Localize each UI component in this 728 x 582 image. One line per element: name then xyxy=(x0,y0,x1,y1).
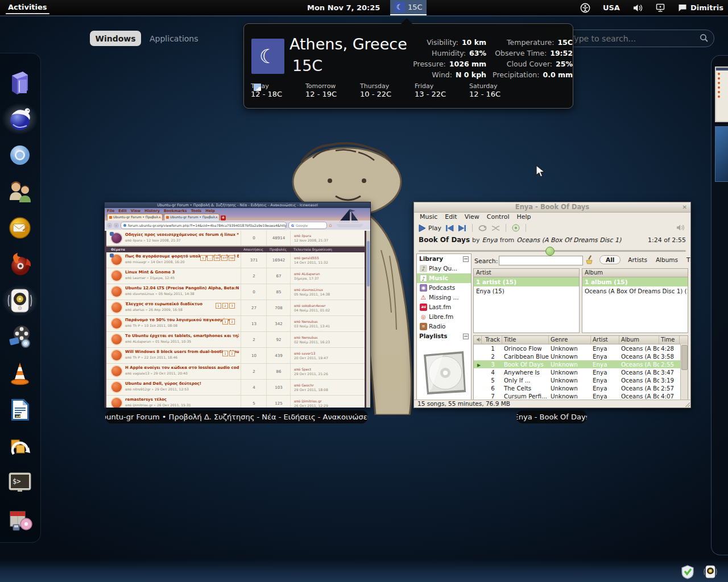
topic-title[interactable]: Το Ubuntu έρχεται σε tablets, smartphone… xyxy=(125,334,239,339)
collapse-icon[interactable] xyxy=(463,256,469,262)
track-row[interactable]: ▶ 3 Book Of Days Unknown Enya Oceans (A … xyxy=(474,360,688,368)
topic-title[interactable]: Ubuntu 12.04 LTS (Precise Pangolin) Alph… xyxy=(125,286,239,291)
browser-menu-item[interactable]: Edit xyxy=(118,209,126,213)
track-row[interactable]: ▶ 1 Orinoco Flow Unknown Enya Oceans (A … xyxy=(474,344,688,352)
shuffle-icon[interactable] xyxy=(491,225,500,231)
last-post-author[interactable]: από gerald555 xyxy=(294,256,366,260)
browser-window-caption[interactable]: Ubuntu-gr Forum • Προβολή Δ. Συζήτησης -… xyxy=(105,410,368,423)
forum-topic-row[interactable]: Πως θα αγοράσουμε φορητό υπολογιστή (lap… xyxy=(106,252,365,268)
workspace-thumbnail-2[interactable] xyxy=(715,126,728,182)
sidebar-source-item[interactable]: Libre.fm xyxy=(417,312,471,322)
forward-button[interactable]: › xyxy=(114,223,119,228)
browser-menu-item[interactable]: Help xyxy=(205,209,215,213)
forum-announcement-row[interactable]: Οδηγίες προς νεοεισερχόμενους σε forum ή… xyxy=(106,231,365,247)
page-link[interactable]: 37 xyxy=(221,255,228,261)
page-link[interactable]: 2 xyxy=(229,319,235,325)
vlc-icon[interactable] xyxy=(6,360,34,387)
sidebar-playlists-header[interactable]: Playlists xyxy=(417,331,471,341)
topic-title[interactable]: remastersys τέλος xyxy=(125,397,239,402)
activities-button[interactable]: Activities xyxy=(6,0,49,14)
sidebar-source-item[interactable]: Missing ... xyxy=(417,293,471,302)
terminal-icon[interactable]: $> xyxy=(6,469,34,496)
repeat-icon[interactable] xyxy=(478,225,487,231)
video-editor-icon[interactable] xyxy=(6,323,34,351)
home-icon[interactable]: ⌂ xyxy=(329,223,332,228)
page-link[interactable]: 2 xyxy=(222,303,228,309)
page-link[interactable]: 2 xyxy=(229,351,235,356)
forum-topic-row[interactable]: Linux Mint & Gnome 3 από Learner » Σήμερ… xyxy=(106,268,365,284)
topic-title[interactable]: Οδηγίες προς νεοεισερχόμενους σε forum ή… xyxy=(125,232,239,238)
forum-topic-row[interactable]: Ubuntu and Dell, γύρος δεύτερος! από nit… xyxy=(106,380,365,396)
weather-indicator[interactable]: ☾ 15C xyxy=(390,0,427,14)
topic-title[interactable]: Η Apple ανοίγει τον κώδικα στο lossless … xyxy=(125,365,239,371)
tab-applications[interactable]: Applications xyxy=(150,31,198,46)
forum-topic-row[interactable]: Η Apple ανοίγει τον κώδικα στο lossless … xyxy=(106,364,365,380)
page-link[interactable]: … xyxy=(207,255,213,261)
last-post-author[interactable]: από sokoban4ever xyxy=(294,304,366,308)
new-tab-button[interactable]: + xyxy=(221,215,226,221)
package-installer-icon[interactable] xyxy=(6,505,34,533)
previous-button[interactable] xyxy=(446,225,454,231)
file-sync-icon[interactable] xyxy=(6,433,34,460)
page-link[interactable]: 3 xyxy=(229,303,235,309)
page-link[interactable]: 1 xyxy=(222,351,228,356)
forum-topic-row[interactable]: Έλεγχος στο ευρωπαϊκό διαδίκτυο από ater… xyxy=(106,300,365,316)
forum-topic-row[interactable]: remastersys τέλος από Dimitrios.gr » 26 … xyxy=(106,396,365,408)
sidebar-source-item[interactable]: Radio xyxy=(417,322,471,331)
browser-menu-item[interactable]: View xyxy=(131,209,141,213)
clear-search-icon[interactable] xyxy=(585,255,594,264)
player-menu-item[interactable]: Music xyxy=(420,213,437,221)
col-genre[interactable]: Genre xyxy=(549,336,591,344)
browser-menu-item[interactable]: Bookmarks xyxy=(164,209,187,213)
player-search-input[interactable] xyxy=(499,256,583,265)
file-cabinet-icon[interactable] xyxy=(6,69,34,96)
search-input[interactable] xyxy=(569,31,691,46)
url-bar[interactable]: forum.ubuntu-gr.org/viewforum.php?f=14&s… xyxy=(121,222,287,229)
topic-title[interactable]: Linux Mint & Gnome 3 xyxy=(125,270,239,275)
web-search-box[interactable]: Google xyxy=(288,222,327,229)
sidebar-source-item[interactable]: Podcasts xyxy=(417,283,471,293)
topic-title[interactable]: Ubuntu and Dell, γύρος δεύτερος! xyxy=(125,381,239,386)
page-link[interactable]: 1 xyxy=(200,255,206,261)
shield-check-icon[interactable] xyxy=(680,564,695,579)
album-pane-header[interactable]: Album xyxy=(582,269,688,277)
clock[interactable]: Mon Nov 7, 20:25 xyxy=(307,0,380,15)
music-player-icon[interactable] xyxy=(703,564,718,579)
display-icon[interactable] xyxy=(655,3,665,13)
chromium-icon[interactable] xyxy=(6,142,34,169)
volume-icon[interactable] xyxy=(632,3,643,13)
filter-button[interactable]: Titles xyxy=(685,256,691,263)
last-post-author[interactable]: από stavrosLinux xyxy=(294,288,366,292)
user-menu[interactable]: Dimitris xyxy=(678,3,723,12)
accessibility-icon[interactable] xyxy=(580,3,590,13)
seek-slider[interactable] xyxy=(419,250,686,252)
keyboard-layout-indicator[interactable]: USA xyxy=(603,3,620,12)
col-track[interactable]: Track xyxy=(482,336,502,344)
col-album[interactable]: Album xyxy=(619,336,659,344)
track-row[interactable]: ▶ 5 Only If ... Unknown Enya Oceans (A B… xyxy=(474,376,688,384)
browser-menu-item[interactable]: File xyxy=(107,209,114,213)
resize-grip[interactable] xyxy=(685,402,690,407)
last-post-author[interactable]: από savor13 xyxy=(294,351,366,356)
browser-window-preview[interactable]: Ubuntu-gr Forum • Προβολή Δ. Συζήτησης -… xyxy=(104,202,371,408)
forum-topic-row[interactable]: Το Ubuntu έρχεται σε tablets, smartphone… xyxy=(106,332,365,348)
collapse-icon[interactable] xyxy=(463,334,469,339)
volume-icon[interactable] xyxy=(676,224,685,231)
player-window-caption[interactable]: Enya - Book Of Days xyxy=(516,410,587,423)
close-icon[interactable]: ✕ xyxy=(682,202,687,212)
player-menu-item[interactable]: Control xyxy=(487,213,510,221)
back-button[interactable]: ‹ xyxy=(107,223,112,228)
album-row[interactable]: Oceans (A Box Of Dreams Disc 1) (15) xyxy=(582,286,688,296)
mail-icon[interactable] xyxy=(6,214,34,242)
track-row[interactable]: ▶ 2 Caribbean Blue Unknown Enya Oceans (… xyxy=(474,352,688,360)
track-row[interactable]: ▶ 4 Anywhere Is Unknown Enya Oceans (A B… xyxy=(474,368,688,376)
filter-button[interactable]: Artists xyxy=(627,256,648,263)
sidebar-source-item[interactable]: Music xyxy=(417,273,471,283)
album-summary-row[interactable]: 1 album (15) xyxy=(582,277,688,286)
artist-pane-header[interactable]: Artist xyxy=(474,269,579,277)
filter-button[interactable]: All xyxy=(599,255,621,264)
office-document-icon[interactable] xyxy=(6,396,34,423)
col-title[interactable]: Title xyxy=(502,336,549,344)
filter-button[interactable]: Albums xyxy=(655,256,679,263)
browser-menu-item[interactable]: Tools xyxy=(191,209,202,213)
